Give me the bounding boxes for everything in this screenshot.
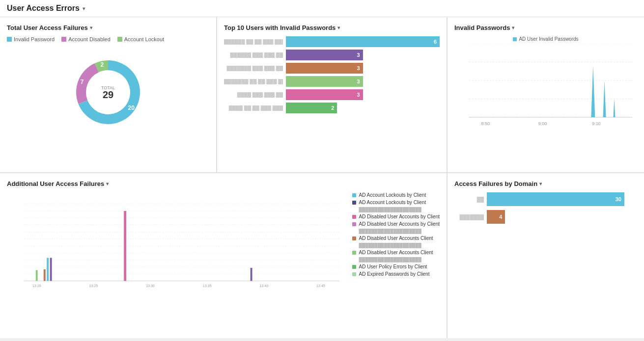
top10-arrow: ▾: [337, 25, 340, 30]
bar-fill: 3: [286, 89, 363, 100]
donut-legend: Invalid PasswordAccount DisabledAccount …: [7, 36, 209, 42]
legend-item-invalid-password: Invalid Password: [7, 36, 55, 42]
bar-rect: [251, 268, 252, 281]
top10-title-text: Top 10 Users with Invalid Passwords: [224, 24, 336, 31]
domain-bar-row: ███████ 4: [454, 210, 637, 224]
legend-item-account-lockout: Account Lockout: [117, 36, 164, 42]
bar-row: ████ ██.██.███.███ 2: [224, 103, 440, 113]
legend-dot: [352, 193, 356, 197]
legend-dot: [352, 265, 356, 269]
top10-panel: Top 10 Users with Invalid Passwords ▾ ██…: [217, 17, 447, 172]
additional-chart: 5.55.04.54.03.53.02.52.01.51.00.5013:201…: [7, 192, 339, 302]
domain-title[interactable]: Access Failures by Domain ▾: [454, 180, 637, 187]
bar-track: 6: [286, 36, 440, 47]
legend-dot: [352, 215, 356, 219]
x-axis-label: 9:00: [538, 121, 547, 126]
x-axis-label: 9:10: [592, 121, 601, 126]
additional-title-text: Additional User Access Failures: [7, 180, 104, 187]
legend-dot: [352, 201, 356, 205]
domain-bar-label: ██: [454, 197, 484, 202]
domain-bar-track: 30: [487, 192, 637, 206]
donut-label-2: 2: [100, 61, 104, 68]
legend-panel-item: AD Disabled User Accounts Client: [352, 236, 440, 241]
page-title[interactable]: User Access Errors ▾: [7, 4, 85, 13]
spike-bar: [591, 66, 595, 117]
legend-sublabel: ████████████████████: [359, 243, 440, 248]
donut-segment-1: [76, 63, 99, 104]
legend-label: AD Disabled User Accounts by Client: [359, 221, 440, 227]
legend-panel-item: AD Disabled User Accounts by Client: [352, 221, 440, 227]
invalid-passwords-title-text: Invalid Passwords: [454, 24, 510, 31]
domain-bar-label: ███████: [454, 214, 484, 220]
legend-panel-item: AD Disabled User Accounts Client: [352, 250, 440, 255]
donut-label-0: 20: [128, 105, 135, 111]
bar-label: ████ ██.██.███.███: [224, 105, 283, 111]
bar-rect: [36, 270, 38, 281]
legend-label: AD Disabled User Accounts by Client: [359, 214, 440, 219]
invalid-passwords-panel: Invalid Passwords ▾ AD User Invalid Pass…: [448, 17, 644, 172]
bar-rect: [47, 258, 49, 281]
x-axis-label: 13:20: [32, 284, 41, 288]
bar-rect: [124, 211, 126, 281]
invalid-passwords-legend-dot: [513, 37, 517, 41]
bar-fill: 3: [286, 50, 363, 60]
additional-failures-panel: Additional User Access Failures ▾ 5.55.0…: [0, 173, 447, 338]
additional-svg: 5.55.04.54.03.53.02.52.01.51.00.5013:201…: [24, 192, 339, 300]
bar-row: ██████ ██ ██.███.███ 6: [224, 36, 440, 47]
bar-rect: [50, 258, 52, 281]
top10-title[interactable]: Top 10 Users with Invalid Passwords ▾: [224, 24, 440, 31]
donut-title-arrow: ▾: [90, 25, 92, 30]
bar-label: ██████ ███.███.██: [224, 52, 283, 58]
bar-track: 2: [286, 103, 440, 113]
page-title-arrow: ▾: [83, 6, 85, 11]
additional-arrow: ▾: [106, 181, 109, 186]
additional-title[interactable]: Additional User Access Failures ▾: [7, 180, 440, 187]
legend-dot-account-lockout: [117, 37, 122, 42]
bar-fill: 6: [286, 36, 440, 47]
legend-sublabel: ████████████████████: [359, 229, 440, 234]
domain-title-text: Access Failures by Domain: [454, 180, 537, 187]
invalid-passwords-chart-area: 432108:509:009:10: [469, 44, 632, 127]
x-axis-label: 13:30: [146, 284, 155, 288]
x-axis-label: 8:50: [481, 121, 490, 126]
bar-track: 3: [286, 89, 440, 100]
legend-dot-account-disabled: [61, 37, 66, 42]
bar-fill: 3: [286, 76, 363, 87]
donut-panel-title[interactable]: Total User Access Failures ▾: [7, 24, 209, 31]
additional-x-axis: [24, 300, 339, 302]
x-axis-label: 13:40: [259, 284, 268, 288]
x-axis-label: 13:35: [203, 284, 212, 288]
donut-chart-container: 2072TOTAL29: [7, 48, 209, 136]
bar-row: ██████ ███.███.██ 3: [224, 50, 440, 60]
domain-bar-track: 4: [487, 210, 637, 224]
legend-label: AD User Policy Errors by Client: [359, 264, 427, 269]
dashboard: Total User Access Failures ▾ Invalid Pas…: [0, 17, 644, 338]
bar-row: ███████ ██.██.███.███ 3: [224, 76, 440, 87]
invalid-passwords-arrow: ▾: [512, 25, 514, 30]
donut-chart: 2072TOTAL29: [64, 48, 152, 136]
bar-fill: 2: [286, 103, 337, 113]
legend-dot: [352, 272, 356, 276]
legend-panel-item: AD Expired Passwords by Client: [352, 271, 440, 277]
invalid-passwords-legend: AD User Invalid Passwords: [454, 36, 637, 42]
bar-fill: 3: [286, 63, 363, 74]
domain-arrow: ▾: [539, 181, 542, 186]
legend-dot: [352, 222, 356, 226]
page-title-text: User Access Errors: [7, 4, 80, 13]
legend-panel-item: AD Account Lockouts by Client: [352, 192, 440, 198]
invalid-passwords-title[interactable]: Invalid Passwords ▾: [454, 24, 637, 31]
bar-label: ████ ███.███.██: [224, 92, 283, 98]
total-user-access-panel: Total User Access Failures ▾ Invalid Pas…: [0, 17, 216, 172]
x-axis-label: 13:25: [89, 284, 98, 288]
legend-label: AD Disabled User Accounts Client: [359, 250, 433, 255]
legend-sublabel: ████████████████████: [359, 207, 440, 212]
additional-legend-panel: AD Account Lockouts by ClientAD Account …: [352, 192, 440, 302]
x-axis-label: 13:45: [316, 284, 325, 288]
bar-row: ████ ███.███.██ 3: [224, 89, 440, 100]
donut-total-value: 29: [103, 89, 113, 100]
legend-label: AD Account Lockouts by Client: [359, 192, 426, 198]
domain-panel: Access Failures by Domain ▾ ██ 30 ██████…: [448, 173, 644, 338]
spike-bar: [613, 99, 615, 118]
top10-bar-chart: ██████ ██ ██.███.███ 6 ██████ ███.███.██…: [224, 36, 440, 113]
domain-bar-row: ██ 30: [454, 192, 637, 206]
